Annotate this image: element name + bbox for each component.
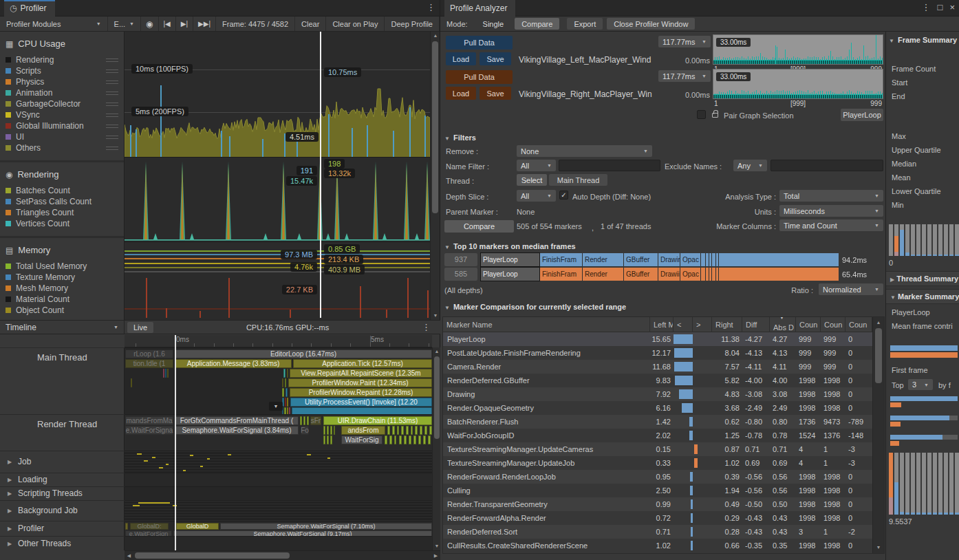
mode-single-button[interactable]: Single <box>476 18 511 30</box>
timeline-sliver[interactable] <box>284 407 286 414</box>
analysis-type-dropdown[interactable]: Total▼ <box>779 190 883 202</box>
timeline-sliver[interactable] <box>392 426 395 435</box>
tab-profile-analyzer[interactable]: Profile Analyzer <box>444 0 515 17</box>
foldout-closed-icon[interactable]: ▶ <box>8 508 12 514</box>
timeline-sliver[interactable] <box>125 523 128 530</box>
mode-compare-button[interactable]: Compare <box>515 18 559 30</box>
table-row[interactable]: WaitForJobGroupID2.021.25-0.780.78152413… <box>443 429 872 442</box>
frame-summary-header[interactable]: ▼Frame Summary <box>889 36 957 44</box>
foldout-closed-icon[interactable]: ▶ <box>8 526 12 532</box>
top10-segment[interactable] <box>709 253 711 266</box>
drag-handle-icon[interactable] <box>106 80 118 84</box>
timeline-sliver[interactable] <box>327 435 329 444</box>
timeline-sliver[interactable] <box>411 426 413 435</box>
timeline-view-dropdown[interactable]: Timeline ▼ <box>0 321 125 334</box>
timeline-sliver[interactable] <box>409 435 411 444</box>
record-button[interactable]: ◉ <box>141 17 158 31</box>
top10-segment[interactable]: Drawii <box>658 268 680 281</box>
table-row[interactable]: PostLateUpdate.FinishFrameRendering12.17… <box>443 346 872 360</box>
thread-label-profiler[interactable]: ▶Profiler <box>0 521 125 536</box>
top10-segment[interactable]: FinishFram <box>540 253 582 266</box>
foldout-closed-icon[interactable]: ▶ <box>8 477 12 483</box>
clear-on-play-button[interactable]: Clear on Play <box>326 17 385 31</box>
timeline-marker[interactable]: View.RepaintAll.RepaintScene (12.35m <box>290 369 432 378</box>
module-item-vsync[interactable]: VSync <box>0 109 124 120</box>
timeline-sliver[interactable] <box>163 369 164 378</box>
thread-label-render-thread[interactable]: Render Thread <box>0 414 125 451</box>
pull-data-left-button[interactable]: Pull Data <box>446 36 513 50</box>
ratio-dropdown[interactable]: Normalized▼ <box>819 283 883 295</box>
drag-handle-icon[interactable] <box>106 91 118 95</box>
timeline-sliver[interactable] <box>323 426 325 435</box>
timeline-marker[interactable]: mandsFromMa <box>125 416 173 425</box>
top10-segment[interactable]: GBuffer <box>624 253 658 266</box>
column-header-<[interactable]: < <box>674 317 693 332</box>
profiler-menu-icon[interactable]: ⋮ <box>427 2 435 12</box>
top-count-dropdown[interactable]: 3▼ <box>908 379 933 390</box>
thread-label-background-job[interactable]: ▶Background Job <box>0 500 125 521</box>
exclude-names-input[interactable] <box>771 160 883 171</box>
timeline-marker[interactable]: e.WaitForSigna <box>125 426 173 435</box>
scroll-right-icon[interactable]: ▶ <box>431 552 440 560</box>
left-range-dropdown[interactable]: 117.77ms▼ <box>658 36 711 47</box>
thread-rows-render-thread[interactable]: mandsFromMaForGfxCommandsFromMainThread … <box>125 414 432 451</box>
top10-segment[interactable] <box>701 268 705 281</box>
table-row[interactable]: RenderDeferred.GBuffer9.835.82-4.004.001… <box>443 374 872 387</box>
depth-slice-dropdown[interactable]: All▼ <box>517 190 556 202</box>
timeline-sliver[interactable] <box>330 435 332 444</box>
column-header-Coun[interactable]: Coun <box>796 317 821 332</box>
table-row[interactable]: Camera.Render11.687.57-4.114.119999990 <box>443 360 872 374</box>
table-header[interactable]: Marker NameLeft M<>RightDiffAbs D▼CounCo… <box>443 317 884 332</box>
selected-frame-line[interactable] <box>320 32 321 318</box>
analyzer-menu-icon[interactable]: ⋮ <box>922 2 931 12</box>
last-frame-button[interactable]: ▶▶| <box>193 17 216 31</box>
timeline-sliver[interactable] <box>282 388 284 397</box>
scrollbar-handle[interactable] <box>135 552 290 559</box>
rendering-chart[interactable]: 19813.32k19115.47k <box>125 158 430 242</box>
timeline-marker[interactable]: EditorLoop (16.47ms) <box>175 349 432 358</box>
timeline-sliver[interactable] <box>423 435 426 444</box>
thread-rows-background-job[interactable] <box>125 500 432 521</box>
top10-frame-number[interactable]: 937 <box>444 253 477 266</box>
timeline-marker[interactable]: Application.Tick (12.57ms) <box>293 359 432 368</box>
thread-rows-main-thread[interactable]: rLoop (1.6EditorLoop (16.47ms)tion.Idle … <box>125 347 432 414</box>
module-item-rendering[interactable]: Rendering <box>0 54 124 65</box>
timeline-sliver[interactable] <box>287 398 288 407</box>
top10-segment[interactable] <box>719 268 839 281</box>
timeline-sliver[interactable] <box>415 426 418 435</box>
timeline-sliver[interactable] <box>389 435 392 444</box>
timeline-sliver[interactable] <box>285 398 286 407</box>
clear-button[interactable]: Clear <box>295 17 326 31</box>
module-item-texture-memory[interactable]: Texture Memory <box>0 272 124 283</box>
thread-rows-scripting-threads[interactable] <box>125 486 432 500</box>
module-item-scripts[interactable]: Scripts <box>0 65 124 76</box>
auto-depth-checkbox[interactable]: ✓ <box>559 191 568 200</box>
table-row[interactable]: RenderForward.RenderLoopJob0.950.39-0.56… <box>443 470 872 484</box>
timeline-hscrollbar[interactable]: ◀ ▶ <box>125 550 440 560</box>
top10-segment[interactable]: GBuffer <box>624 268 658 281</box>
module-item-garbagecollector[interactable]: GarbageCollector <box>0 98 124 109</box>
scrollbar-handle[interactable] <box>434 356 440 439</box>
timeline-sliver[interactable] <box>420 426 422 435</box>
timeline-marker[interactable]: WaitForSig <box>341 435 382 444</box>
timeline-sliver[interactable] <box>307 416 309 425</box>
timeline-marker[interactable]: e.WaitForSign <box>125 530 172 536</box>
next-frame-button[interactable]: ▶| <box>176 17 193 31</box>
timeline-menu-icon[interactable]: ⋮ <box>422 322 431 332</box>
timeline-marker[interactable]: Fo <box>301 426 309 435</box>
timeline-marker[interactable]: andsFrom <box>341 426 385 435</box>
timeline-sliver[interactable] <box>413 435 416 444</box>
expand-row-button[interactable]: ▼ <box>269 402 283 411</box>
timeline-sliver[interactable] <box>167 369 169 378</box>
top10-segment[interactable] <box>716 253 718 266</box>
column-header-Coun[interactable]: Coun <box>821 317 845 332</box>
charts-scrollbar[interactable]: ▲ ▼ <box>430 32 440 320</box>
close-icon[interactable]: × <box>949 2 955 12</box>
timeline-sliver[interactable] <box>285 378 286 387</box>
top10-segment[interactable]: PlayerLoop <box>481 268 539 281</box>
summary-histogram[interactable] <box>889 224 959 256</box>
timeline-sliver[interactable] <box>287 407 288 414</box>
timeline-sliver[interactable] <box>165 369 166 378</box>
units-dropdown[interactable]: Milliseconds▼ <box>779 205 883 217</box>
timeline-sliver[interactable] <box>334 426 335 435</box>
